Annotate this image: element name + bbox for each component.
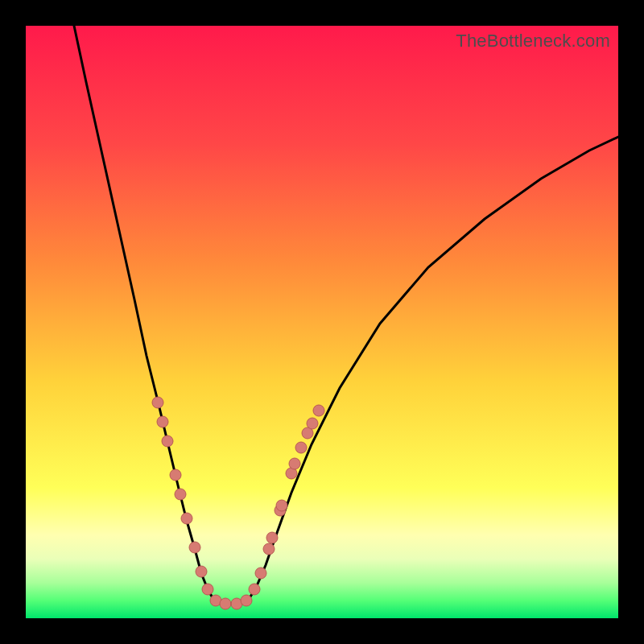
data-marker	[307, 418, 318, 429]
data-marker	[202, 584, 213, 595]
data-marker	[170, 469, 181, 481]
data-marker	[266, 532, 278, 543]
data-marker	[263, 543, 275, 555]
bottleneck-curve	[74, 26, 618, 604]
data-marker	[289, 458, 300, 469]
data-marker	[295, 442, 307, 453]
plot-frame: TheBottleneck.com	[26, 26, 618, 618]
data-marker	[181, 513, 192, 524]
data-marker	[220, 598, 231, 609]
data-marker	[175, 489, 186, 500]
data-marker	[241, 595, 252, 606]
watermark-text: TheBottleneck.com	[456, 31, 610, 52]
data-marker	[276, 500, 287, 511]
data-marker	[255, 568, 266, 579]
data-marker	[152, 397, 163, 408]
data-marker	[249, 584, 260, 595]
data-marker	[157, 416, 168, 427]
chart-svg	[26, 26, 618, 618]
data-marker	[313, 405, 324, 416]
data-marker	[162, 436, 173, 447]
data-marker	[189, 542, 200, 553]
data-marker	[196, 566, 207, 577]
